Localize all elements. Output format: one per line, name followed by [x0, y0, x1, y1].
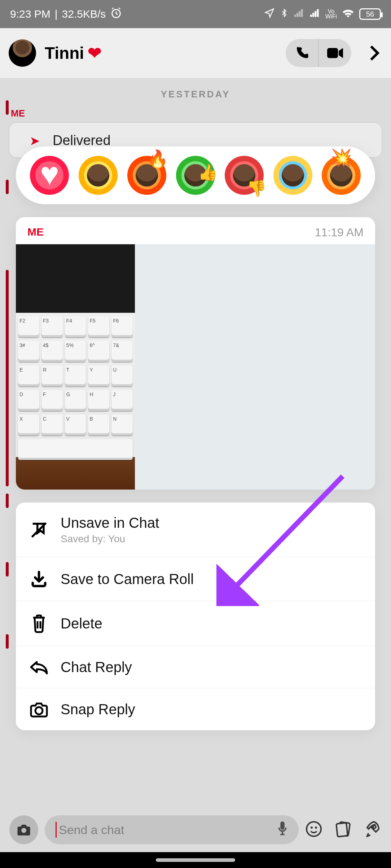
heart-icon: ❤: [88, 43, 102, 63]
svg-point-6: [315, 827, 317, 829]
delivered-label: Delivered: [53, 133, 111, 148]
location-icon: [264, 8, 275, 21]
sent-icon: ➤: [30, 133, 40, 148]
call-buttons: [286, 39, 351, 67]
microphone-icon[interactable]: [277, 821, 288, 839]
rocket-icon[interactable]: [364, 820, 382, 839]
message-card[interactable]: ME 11:19 AM F2F3F4F5F6 3#4$5%6^7& ERTYU …: [16, 217, 375, 490]
gallery-icon[interactable]: [335, 820, 352, 839]
menu-unsave-sub: Saved by: You: [61, 533, 159, 545]
battery-icon: 56: [359, 8, 381, 20]
svg-rect-8: [336, 823, 348, 837]
reaction-bar: ♥ 🔥 👍 👎 💥: [16, 146, 375, 204]
svg-point-9: [373, 825, 376, 828]
vowifi-label: Vo WiFi: [325, 9, 337, 19]
reply-icon: [28, 658, 50, 676]
home-indicator: [0, 852, 391, 868]
svg-point-11: [35, 707, 43, 714]
signal-icon-2: [309, 8, 320, 20]
svg-point-5: [311, 827, 313, 829]
chat-title[interactable]: Tinni ❤: [45, 43, 277, 63]
chat-input-placeholder: Send a chat: [59, 823, 124, 837]
emoji-icon[interactable]: [305, 820, 322, 839]
chevron-right-icon[interactable]: [366, 45, 382, 61]
camera-button[interactable]: [9, 815, 38, 844]
reaction-thumbs-up[interactable]: 👍: [176, 156, 215, 195]
status-bar: 9:23 PM | 32.5KB/s Vo WiFi 5: [0, 0, 391, 28]
svg-point-2: [21, 828, 26, 833]
status-net: 32.5KB/s: [62, 8, 106, 20]
menu-save-label: Save to Camera Roll: [61, 571, 194, 587]
message-photo[interactable]: F2F3F4F5F6 3#4$5%6^7& ERTYU DFGHJ XCVBN: [16, 244, 135, 490]
sender-label: ME: [0, 106, 391, 120]
menu-save-camera-roll[interactable]: Save to Camera Roll: [16, 557, 375, 601]
audio-call-button[interactable]: [286, 39, 318, 67]
svg-point-4: [307, 822, 321, 836]
svg-rect-1: [327, 48, 338, 58]
reaction-wow[interactable]: [273, 156, 312, 195]
menu-delete[interactable]: Delete: [16, 601, 375, 646]
chat-header: Tinni ❤: [0, 28, 391, 79]
status-time: 9:23 PM: [10, 8, 50, 20]
reaction-laugh[interactable]: [79, 156, 118, 195]
wifi-icon: [342, 8, 354, 20]
download-icon: [28, 570, 50, 588]
menu-delete-label: Delete: [61, 615, 102, 632]
reaction-thumbs-down[interactable]: 👎: [225, 156, 264, 195]
trash-icon: [28, 613, 50, 634]
date-separator: YESTERDAY: [0, 79, 391, 106]
signal-icon-1: [294, 8, 304, 20]
reaction-mind-blown[interactable]: 💥: [322, 156, 361, 195]
message-time: 11:19 AM: [315, 226, 364, 239]
input-bar: Send a chat: [0, 812, 391, 848]
menu-chat-reply[interactable]: Chat Reply: [16, 646, 375, 688]
avatar[interactable]: [9, 39, 36, 67]
alarm-icon: [110, 7, 122, 22]
video-call-button[interactable]: [319, 39, 351, 67]
reaction-heart[interactable]: ♥: [30, 156, 69, 195]
context-menu: Unsave in Chat Saved by: You Save to Cam…: [16, 503, 375, 730]
bluetooth-icon: [280, 8, 289, 21]
menu-chat-reply-label: Chat Reply: [61, 659, 132, 675]
reaction-fire[interactable]: 🔥: [127, 156, 166, 195]
chat-input[interactable]: Send a chat: [45, 815, 299, 844]
camera-icon: [28, 701, 50, 718]
message-sender: ME: [27, 226, 44, 239]
menu-snap-reply-label: Snap Reply: [61, 701, 135, 718]
menu-unsave-label: Unsave in Chat: [61, 515, 159, 531]
menu-snap-reply[interactable]: Snap Reply: [16, 688, 375, 730]
unsave-icon: [28, 521, 50, 539]
svg-rect-3: [280, 821, 284, 830]
menu-unsave[interactable]: Unsave in Chat Saved by: You: [16, 503, 375, 557]
